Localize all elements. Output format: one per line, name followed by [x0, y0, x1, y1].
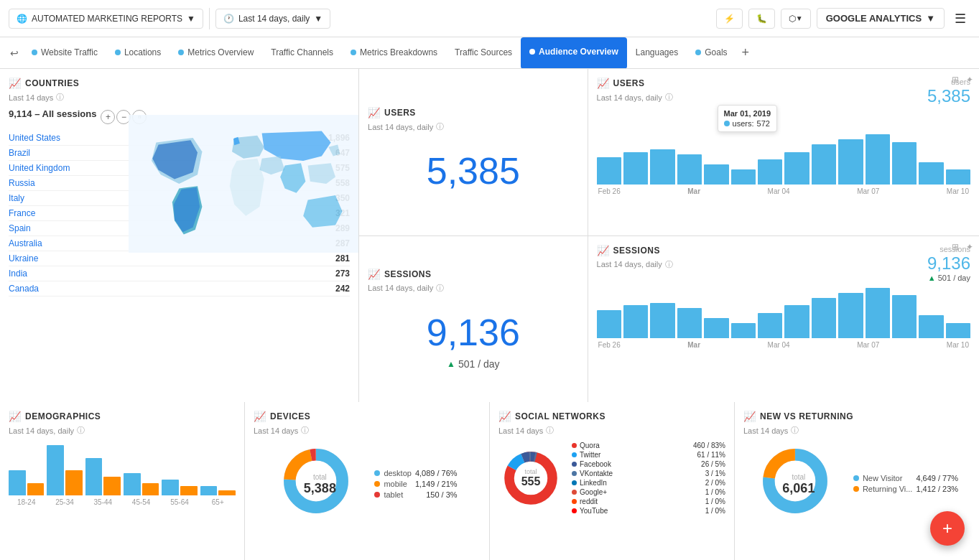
users-metric-subtitle: Last 14 days, daily ⓘ — [368, 121, 579, 132]
tab-languages[interactable]: Languages — [627, 37, 687, 69]
sessions-metric-title: SESSIONS — [384, 269, 431, 279]
country-name[interactable]: Ukraine — [9, 253, 38, 263]
social-item-quora: Quora 460 / 83% — [572, 442, 725, 449]
legend-dot-mobile — [374, 481, 380, 487]
tab-label-metrics-breakdowns: Metrics Breakdowns — [360, 47, 437, 57]
users-chart-more[interactable]: ✦ — [966, 75, 973, 85]
social-title: SOCIAL NETWORKS — [515, 411, 606, 421]
bar — [623, 305, 648, 338]
bar — [677, 154, 702, 185]
demo-bar-orange — [27, 483, 45, 496]
nvr-info[interactable]: ⓘ — [791, 425, 799, 436]
legend-dot-tablet — [374, 492, 380, 498]
users-metric-header: 📈 USERS — [368, 107, 579, 118]
tab-audience-overview[interactable]: Audience Overview — [521, 37, 627, 69]
country-name[interactable]: Australia — [9, 238, 42, 248]
bottom-row: 📈 DEMOGRAPHICS Last 14 days, daily ⓘ 18-… — [0, 402, 979, 560]
country-name[interactable]: United States — [9, 133, 60, 143]
country-name[interactable]: Spain — [9, 223, 31, 233]
tab-dot-audience-overview — [529, 49, 535, 55]
hamburger-icon: ☰ — [955, 11, 966, 26]
demographics-info[interactable]: ⓘ — [77, 425, 85, 436]
date-range-label: Last 14 days, daily — [238, 14, 310, 24]
users-metric-panel: 📈 USERS Last 14 days, daily ⓘ 5,385 — [359, 69, 588, 235]
users-metric-title: USERS — [384, 108, 416, 118]
devices-info[interactable]: ⓘ — [301, 425, 309, 436]
bar — [919, 315, 943, 338]
country-name[interactable]: Russia — [9, 178, 35, 188]
bug-icon: 🐛 — [756, 14, 767, 24]
country-name[interactable]: Brazil — [9, 148, 30, 158]
top-row: 📈 COUNTRIES Last 14 days ⓘ 9,114 – All s… — [0, 69, 979, 402]
tab-goals[interactable]: Goals — [687, 37, 736, 69]
demographics-panel: 📈 DEMOGRAPHICS Last 14 days, daily ⓘ 18-… — [0, 402, 244, 560]
hamburger-menu[interactable]: ☰ — [950, 6, 970, 31]
tab-traffic-channels[interactable]: Traffic Channels — [262, 37, 342, 69]
social-info[interactable]: ⓘ — [546, 425, 554, 436]
bar — [731, 169, 756, 185]
users-chart-expand[interactable]: ⊞ — [952, 75, 959, 85]
sessions-chart-more[interactable]: ✦ — [966, 242, 973, 252]
date-range-selector[interactable]: 🕐 Last 14 days, daily ▼ — [215, 9, 330, 29]
social-item-reddit: reddit 1 / 0% — [572, 498, 725, 505]
tab-traffic-sources[interactable]: Traffic Sources — [446, 37, 521, 69]
users-chart-x-labels: Feb 26 Mar Mar 04 Mar 07 Mar 10 — [597, 187, 970, 195]
share-icon: ⬡ — [789, 14, 796, 24]
share-button[interactable]: ⬡ ▼ — [781, 9, 811, 29]
users-info-icon[interactable]: ⓘ — [436, 121, 444, 132]
fab-add-button[interactable]: + — [930, 511, 965, 546]
chart-icon-demographics: 📈 — [9, 411, 21, 422]
chart-icon-countries: 📈 — [9, 78, 21, 89]
social-item-facebook: Facebook 26 / 5% — [572, 460, 725, 468]
header-divider — [209, 8, 210, 29]
users-chart-info[interactable]: ⓘ — [665, 92, 673, 103]
flash-button[interactable]: ⚡ — [716, 9, 743, 29]
add-tab-button[interactable]: + — [736, 42, 756, 63]
demo-bar-group — [47, 442, 82, 495]
tab-locations[interactable]: Locations — [106, 37, 170, 69]
country-name[interactable]: India — [9, 269, 27, 279]
sessions-info-icon[interactable]: ⓘ — [436, 283, 444, 294]
country-name[interactable]: Canada — [9, 284, 39, 294]
world-map — [129, 112, 358, 342]
bar — [758, 159, 782, 185]
tab-metrics-breakdowns[interactable]: Metrics Breakdowns — [342, 37, 446, 69]
sessions-chart-info[interactable]: ⓘ — [665, 259, 673, 270]
demo-bar-group — [200, 442, 236, 495]
report-selector[interactable]: 🌐 AUTOMATED MARKETING REPORTS ▼ — [9, 9, 203, 29]
tab-metrics-overview[interactable]: Metrics Overview — [170, 37, 262, 69]
demo-bar-orange — [65, 470, 83, 495]
devices-donut-label: total 5,388 — [304, 473, 336, 496]
country-name[interactable]: United Kingdom — [9, 163, 70, 173]
bar — [704, 318, 728, 338]
charts-column: 📈 USERS Last 14 days, daily ⓘ users 5,38… — [588, 69, 979, 402]
nvr-donut-label: total 6,061 — [782, 473, 815, 496]
social-item-youtube: YouTube 1 / 0% — [572, 507, 725, 515]
demo-bar-orange — [218, 490, 236, 495]
sessions-chart-expand[interactable]: ⊞ — [952, 242, 959, 252]
report-dropdown-icon: ▼ — [187, 14, 195, 24]
demo-bar-blue — [162, 480, 179, 495]
tab-label-goals: Goals — [705, 47, 727, 57]
users-chart-label: users — [927, 78, 970, 86]
report-title: AUTOMATED MARKETING REPORTS — [32, 14, 182, 24]
bar — [650, 149, 674, 185]
bug-button[interactable]: 🐛 — [748, 9, 775, 29]
sessions-metric-panel: 📈 SESSIONS Last 14 days, daily ⓘ 9,136 ▲… — [359, 236, 588, 403]
fab-plus-icon: + — [942, 518, 952, 538]
ga-selector[interactable]: GOOGLE ANALYTICS ▼ — [817, 8, 945, 29]
chart-icon-sessions-chart: 📈 — [597, 245, 609, 256]
sessions-bar-chart — [597, 288, 970, 338]
nav-back-arrow[interactable]: ↩ — [6, 45, 23, 62]
bar — [758, 313, 782, 338]
countries-add-btn[interactable]: + — [101, 110, 115, 124]
country-name[interactable]: Italy — [9, 193, 24, 203]
country-name[interactable]: France — [9, 208, 35, 218]
countries-header: 📈 COUNTRIES — [9, 78, 350, 89]
tab-website-traffic[interactable]: Website Traffic — [23, 37, 106, 69]
users-chart-value: 5,385 — [927, 86, 970, 106]
countries-info-icon[interactable]: ⓘ — [56, 92, 64, 103]
social-donut-label: total 555 — [521, 468, 541, 488]
tab-label-locations: Locations — [124, 47, 161, 57]
header: 🌐 AUTOMATED MARKETING REPORTS ▼ 🕐 Last 1… — [0, 0, 979, 37]
